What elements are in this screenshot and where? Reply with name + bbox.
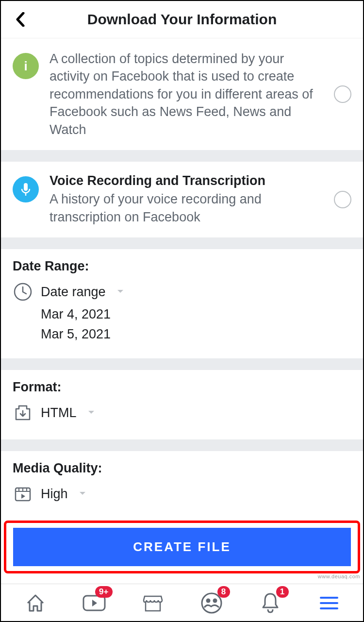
marketplace-icon	[142, 592, 164, 614]
svg-point-10	[206, 599, 210, 603]
hamburger-icon	[319, 595, 339, 611]
format-value: HTML	[41, 405, 77, 420]
date-start: Mar 4, 2021	[41, 307, 351, 322]
list-item-title: Voice Recording and Transcription	[50, 173, 325, 188]
media-quality-selector[interactable]: High	[13, 484, 351, 504]
list-item-voice[interactable]: Voice Recording and Transcription A hist…	[1, 162, 363, 237]
format-selector[interactable]: HTML	[13, 403, 351, 423]
header: Download Your Information	[1, 1, 363, 38]
media-quality-section: Media Quality: High	[1, 451, 363, 521]
nav-groups[interactable]: 8	[197, 591, 226, 615]
groups-badge: 8	[217, 586, 230, 598]
info-icon: i	[13, 53, 39, 79]
page-title: Download Your Information	[30, 11, 334, 28]
svg-rect-0	[24, 183, 28, 191]
divider	[1, 237, 363, 249]
svg-point-9	[202, 593, 221, 613]
create-file-highlight: CREATE FILE	[4, 521, 360, 573]
bottom-nav: 9+ 8 1	[1, 584, 363, 621]
nav-notifications[interactable]: 1	[256, 591, 285, 615]
divider	[1, 150, 363, 162]
date-end: Mar 5, 2021	[41, 327, 351, 342]
chevron-left-icon	[15, 12, 26, 27]
date-range-text: Date range	[41, 285, 106, 300]
date-range-label: Date Range:	[13, 259, 351, 274]
format-label: Format:	[13, 380, 351, 395]
nav-menu[interactable]	[314, 591, 344, 615]
divider	[1, 439, 363, 451]
watermark: www.deuaq.com	[318, 573, 360, 579]
nav-home[interactable]	[21, 591, 50, 615]
media-quality-value: High	[41, 487, 68, 502]
divider	[1, 358, 363, 370]
home-icon	[25, 592, 46, 614]
format-section: Format: HTML	[1, 370, 363, 439]
media-quality-label: Media Quality:	[13, 461, 351, 476]
watch-badge: 9+	[95, 586, 112, 598]
chevron-down-icon	[79, 489, 86, 498]
chevron-down-icon	[116, 287, 124, 296]
clock-icon	[13, 282, 33, 302]
radio-voice[interactable]	[334, 191, 351, 208]
date-range-section: Date Range: Date range Mar 4, 2021 Mar 5…	[1, 249, 363, 358]
create-file-button[interactable]: CREATE FILE	[13, 528, 351, 566]
svg-point-11	[213, 599, 217, 603]
nav-marketplace[interactable]	[138, 591, 167, 615]
nav-watch[interactable]: 9+	[80, 591, 109, 615]
chevron-down-icon	[87, 408, 95, 417]
notifications-badge: 1	[276, 586, 289, 598]
radio-topics[interactable]	[334, 85, 351, 103]
back-button[interactable]	[11, 10, 30, 29]
media-icon	[13, 484, 33, 504]
list-item-topics[interactable]: i A collection of topics determined by y…	[1, 38, 363, 150]
microphone-icon	[13, 176, 39, 202]
list-item-description: A collection of topics determined by you…	[50, 50, 325, 138]
file-download-icon	[13, 403, 33, 423]
date-range-selector[interactable]: Date range	[13, 282, 351, 302]
list-item-description: A history of your voice recording and tr…	[50, 190, 325, 226]
